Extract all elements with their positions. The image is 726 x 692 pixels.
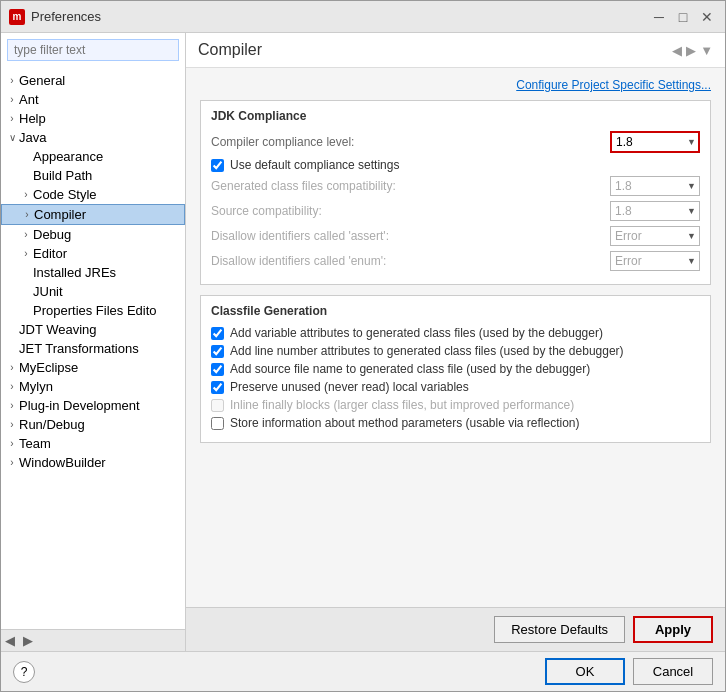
add-line-number-checkbox[interactable] (211, 345, 224, 358)
source-compat-select[interactable]: 1.8 (610, 201, 700, 221)
sidebar-item-team[interactable]: › Team (1, 434, 185, 453)
dialog-footer: ? OK Cancel (1, 651, 725, 691)
add-variable-attrs-checkbox[interactable] (211, 327, 224, 340)
window-title: Preferences (31, 9, 649, 24)
sidebar-item-installed-jres[interactable]: Installed JREs (1, 263, 185, 282)
ok-button[interactable]: OK (545, 658, 625, 685)
expand-arrow: › (19, 248, 33, 259)
cancel-button[interactable]: Cancel (633, 658, 713, 685)
preferences-window: m Preferences ─ □ ✕ › General › Ant (0, 0, 726, 692)
panel-body: Configure Project Specific Settings... J… (186, 68, 725, 607)
add-line-number-label: Add line number attributes to generated … (230, 344, 624, 358)
sidebar-item-jet-transformations[interactable]: JET Transformations (1, 339, 185, 358)
dialog-action-buttons: OK Cancel (545, 658, 713, 685)
preserve-unused-label: Preserve unused (never read) local varia… (230, 380, 469, 394)
scroll-right-icon[interactable]: ▶ (23, 633, 33, 648)
classfile-generation-title: Classfile Generation (211, 304, 700, 318)
expand-arrow: › (5, 113, 19, 124)
expand-arrow: › (5, 75, 19, 86)
scroll-left-icon[interactable]: ◀ (5, 633, 15, 648)
expand-arrow: › (19, 189, 33, 200)
back-icon[interactable]: ◀ (672, 43, 682, 58)
source-compat-row: Source compatibility: 1.8 (211, 201, 700, 221)
compliance-level-row: Compiler compliance level: 1.4 1.5 1.6 1… (211, 131, 700, 153)
sidebar-item-code-style[interactable]: › Code Style (1, 185, 185, 204)
sidebar-item-properties-files[interactable]: Properties Files Edito (1, 301, 185, 320)
sidebar-item-help[interactable]: › Help (1, 109, 185, 128)
search-input[interactable] (7, 39, 179, 61)
sidebar-item-compiler[interactable]: › Compiler (1, 204, 185, 225)
sidebar-item-general[interactable]: › General (1, 71, 185, 90)
jdk-compliance-section: JDK Compliance Compiler compliance level… (200, 100, 711, 285)
disallow-enum-select-wrapper: Error Warning Ignore (610, 251, 700, 271)
sidebar-item-debug[interactable]: › Debug (1, 225, 185, 244)
store-method-params-label: Store information about method parameter… (230, 416, 580, 430)
nav-dropdown-icon[interactable]: ▼ (700, 43, 713, 58)
sidebar-item-ant[interactable]: › Ant (1, 90, 185, 109)
expand-arrow: › (5, 457, 19, 468)
expand-arrow: › (5, 381, 19, 392)
source-compat-select-wrapper: 1.8 (610, 201, 700, 221)
compliance-level-select-wrapper: 1.4 1.5 1.6 1.7 1.8 9 (610, 131, 700, 153)
generated-compat-label: Generated class files compatibility: (211, 179, 610, 193)
jdk-compliance-title: JDK Compliance (211, 109, 700, 123)
expand-arrow: ∨ (5, 132, 19, 143)
title-bar: m Preferences ─ □ ✕ (1, 1, 725, 33)
add-source-file-checkbox[interactable] (211, 363, 224, 376)
inline-finally-label: Inline finally blocks (larger class file… (230, 398, 574, 412)
use-default-row: Use default compliance settings (211, 158, 700, 172)
store-method-params-row: Store information about method parameter… (211, 416, 700, 430)
close-button[interactable]: ✕ (697, 7, 717, 27)
main-panel: Compiler ◀ ▶ ▼ Configure Project Specifi… (186, 33, 725, 651)
forward-icon[interactable]: ▶ (686, 43, 696, 58)
expand-arrow: › (19, 229, 33, 240)
sidebar-item-mylyn[interactable]: › Mylyn (1, 377, 185, 396)
sidebar-item-junit[interactable]: JUnit (1, 282, 185, 301)
expand-arrow: › (5, 400, 19, 411)
sidebar-item-window-builder[interactable]: › WindowBuilder (1, 453, 185, 472)
use-default-checkbox[interactable] (211, 159, 224, 172)
disallow-assert-select-wrapper: Error Warning Ignore (610, 226, 700, 246)
sidebar-item-plugin-dev[interactable]: › Plug-in Development (1, 396, 185, 415)
nav-arrows: ◀ ▶ ▼ (672, 43, 713, 58)
panel-title: Compiler (198, 41, 262, 59)
add-source-file-row: Add source file name to generated class … (211, 362, 700, 376)
disallow-assert-select[interactable]: Error Warning Ignore (610, 226, 700, 246)
sidebar-item-editor[interactable]: › Editor (1, 244, 185, 263)
sidebar-item-jdt-weaving[interactable]: JDT Weaving (1, 320, 185, 339)
disallow-enum-label: Disallow identifiers called 'enum': (211, 254, 610, 268)
content-area: › General › Ant › Help ∨ Java (1, 33, 725, 651)
sidebar-item-build-path[interactable]: Build Path (1, 166, 185, 185)
use-default-label: Use default compliance settings (230, 158, 399, 172)
sidebar-item-java[interactable]: ∨ Java (1, 128, 185, 147)
generated-compat-select-wrapper: 1.8 (610, 176, 700, 196)
generated-compat-row: Generated class files compatibility: 1.8 (211, 176, 700, 196)
sidebar-item-appearance[interactable]: Appearance (1, 147, 185, 166)
restore-defaults-button[interactable]: Restore Defaults (494, 616, 625, 643)
sidebar: › General › Ant › Help ∨ Java (1, 33, 186, 651)
expand-arrow: › (5, 94, 19, 105)
help-button[interactable]: ? (13, 661, 35, 683)
configure-project-link[interactable]: Configure Project Specific Settings... (200, 78, 711, 92)
panel-header: Compiler ◀ ▶ ▼ (186, 33, 725, 68)
sidebar-item-run-debug[interactable]: › Run/Debug (1, 415, 185, 434)
sidebar-item-myeclipse[interactable]: › MyEclipse (1, 358, 185, 377)
preserve-unused-checkbox[interactable] (211, 381, 224, 394)
maximize-button[interactable]: □ (673, 7, 693, 27)
scroll-arrows: ◀ ▶ (5, 633, 33, 648)
inline-finally-checkbox[interactable] (211, 399, 224, 412)
compliance-level-label: Compiler compliance level: (211, 135, 610, 149)
classfile-generation-section: Classfile Generation Add variable attrib… (200, 295, 711, 443)
generated-compat-select[interactable]: 1.8 (610, 176, 700, 196)
compliance-level-select[interactable]: 1.4 1.5 1.6 1.7 1.8 9 (610, 131, 700, 153)
disallow-enum-select[interactable]: Error Warning Ignore (610, 251, 700, 271)
add-source-file-label: Add source file name to generated class … (230, 362, 590, 376)
expand-arrow: › (5, 362, 19, 373)
store-method-params-checkbox[interactable] (211, 417, 224, 430)
minimize-button[interactable]: ─ (649, 7, 669, 27)
expand-arrow: › (5, 438, 19, 449)
apply-button[interactable]: Apply (633, 616, 713, 643)
expand-arrow: › (20, 209, 34, 220)
preserve-unused-row: Preserve unused (never read) local varia… (211, 380, 700, 394)
window-controls: ─ □ ✕ (649, 7, 717, 27)
